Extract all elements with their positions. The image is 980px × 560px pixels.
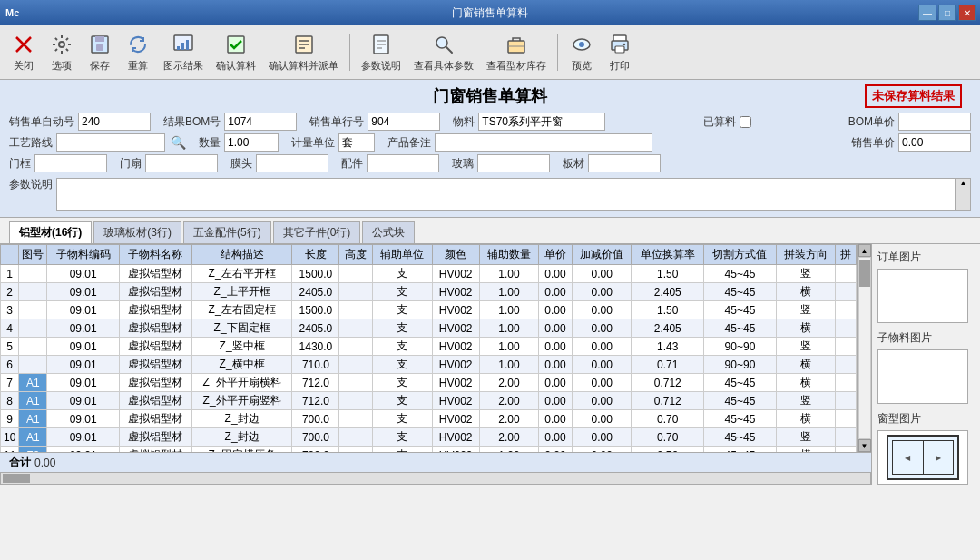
table-scroll[interactable]: 图号 子物料编码 子物料名称 结构描述 长度 高度 辅助单位 颜色 辅助数量 单… bbox=[0, 244, 857, 452]
confirm-dispatch-button[interactable]: 确认算料并派单 bbox=[265, 30, 342, 74]
cell-auxQty: 1.00 bbox=[479, 319, 538, 338]
close-button[interactable]: 关闭 bbox=[7, 30, 40, 74]
submat-image-section: 子物料图片 bbox=[877, 330, 975, 404]
result-bom-no-input[interactable] bbox=[224, 113, 297, 131]
glass-input[interactable] bbox=[477, 154, 550, 172]
tab-glass[interactable]: 玻璃板材(3行) bbox=[93, 221, 181, 243]
vertical-scrollbar[interactable]: ▲ ▼ bbox=[857, 244, 871, 452]
cell-height bbox=[339, 374, 373, 392]
cell-structDesc: Z_外平开扇竖料 bbox=[191, 392, 292, 410]
cell-cutMethod: 90~90 bbox=[704, 356, 777, 374]
view-inventory-button[interactable]: 查看型材库存 bbox=[483, 30, 550, 74]
cell-matName: 虚拟铝型材 bbox=[120, 428, 192, 447]
cell-structDesc: Z_横中框 bbox=[191, 356, 292, 374]
params-desc-button[interactable]: 参数说明 bbox=[358, 30, 405, 74]
product-note-input[interactable] bbox=[435, 133, 652, 152]
bom-unit-price-label: BOM单价 bbox=[848, 114, 895, 130]
cell-unitConvert: 1.50 bbox=[632, 301, 704, 319]
table-row[interactable]: 509.01虚拟铝型材Z_竖中框1430.0支HV0021.000.000.00… bbox=[1, 338, 857, 356]
window-controls[interactable]: — □ ✕ bbox=[918, 5, 976, 21]
tab-hardware[interactable]: 五金配件(5行) bbox=[183, 221, 271, 243]
quantity-input[interactable] bbox=[224, 133, 279, 152]
sale-auto-no-input[interactable] bbox=[78, 113, 151, 131]
cell-auxUnit: 支 bbox=[373, 392, 432, 410]
cell-matName: 虚拟铝型材 bbox=[120, 356, 192, 374]
table-row[interactable]: 8A109.01虚拟铝型材Z_外平开扇竖料712.0支HV0022.000.00… bbox=[1, 392, 857, 410]
cell-structDesc: Z_左右固定框 bbox=[191, 301, 292, 319]
horizontal-scrollbar[interactable] bbox=[0, 472, 871, 485]
sealing-input[interactable] bbox=[256, 154, 328, 172]
material-input[interactable] bbox=[478, 113, 605, 131]
cell-color: HV002 bbox=[432, 338, 479, 356]
cell-color: HV002 bbox=[432, 265, 479, 283]
table-row[interactable]: 209.01虚拟铝型材Z_上平开框2405.0支HV0021.000.000.0… bbox=[1, 283, 857, 301]
cell-extra bbox=[836, 283, 857, 301]
table-row[interactable]: 9A109.01虚拟铝型材Z_封边700.0支HV0022.000.000.00… bbox=[1, 410, 857, 428]
recalc-label: 重算 bbox=[128, 59, 148, 73]
cell-drawing bbox=[19, 265, 47, 283]
door-leaf-input[interactable] bbox=[145, 154, 218, 172]
options-button[interactable]: 选项 bbox=[45, 30, 78, 74]
show-result-button[interactable]: 图示结果 bbox=[160, 30, 207, 74]
frame-input[interactable] bbox=[34, 154, 107, 172]
table-row[interactable]: 10A109.01虚拟铝型材Z_封边700.0支HV0022.000.000.0… bbox=[1, 428, 857, 447]
cell-auxQty: 1.00 bbox=[479, 265, 538, 283]
cell-matCode: 09.01 bbox=[47, 283, 120, 301]
sale-unit-price-input[interactable] bbox=[898, 133, 971, 152]
table-row[interactable]: 109.01虚拟铝型材Z_左右平开框1500.0支HV0021.000.000.… bbox=[1, 265, 857, 283]
confirm-dispatch-icon bbox=[291, 32, 317, 57]
scroll-up-icon[interactable]: ▲ bbox=[960, 179, 967, 187]
unit-input[interactable] bbox=[338, 133, 375, 152]
tab-formula[interactable]: 公式块 bbox=[362, 221, 415, 243]
cell-length: 2405.0 bbox=[292, 319, 339, 338]
close-window-button[interactable]: ✕ bbox=[958, 5, 976, 21]
sale-unit-price-label: 销售单价 bbox=[851, 135, 895, 151]
order-image-container bbox=[877, 269, 968, 323]
save-button[interactable]: 保存 bbox=[83, 30, 116, 74]
calculated-label: 已算料 bbox=[703, 114, 736, 130]
scroll-down-button[interactable]: ▼ bbox=[858, 439, 871, 452]
scroll-track[interactable] bbox=[858, 257, 871, 439]
cell-height bbox=[339, 428, 373, 447]
cell-structDesc: Z_左右平开框 bbox=[191, 265, 292, 283]
cell-structDesc: Z_下固定框 bbox=[191, 319, 292, 338]
remarks-scrollbar[interactable]: ▲ bbox=[956, 179, 970, 210]
sale-line-no-input[interactable] bbox=[368, 113, 440, 131]
process-route-search-icon[interactable]: 🔍 bbox=[171, 135, 186, 150]
cell-drawing: A1 bbox=[19, 392, 47, 410]
cell-matName: 虚拟铝型材 bbox=[120, 283, 192, 301]
scroll-up-button[interactable]: ▲ bbox=[858, 244, 871, 257]
cell-seq: 8 bbox=[1, 392, 19, 410]
recalc-button[interactable]: 重算 bbox=[122, 30, 154, 74]
table-row[interactable]: 409.01虚拟铝型材Z_下固定框2405.0支HV0021.000.000.0… bbox=[1, 319, 857, 338]
board-input[interactable] bbox=[588, 154, 661, 172]
maximize-button[interactable]: □ bbox=[938, 5, 956, 21]
process-route-input[interactable] bbox=[56, 133, 165, 152]
sale-line-no-label: 销售单行号 bbox=[309, 114, 364, 130]
preview-button[interactable]: 预览 bbox=[565, 30, 598, 74]
cell-length: 700.0 bbox=[292, 428, 339, 447]
col-drawing: 图号 bbox=[19, 245, 47, 265]
calculated-checkbox[interactable] bbox=[740, 116, 751, 128]
table-row[interactable]: 609.01虚拟铝型材Z_横中框710.0支HV0021.000.000.000… bbox=[1, 356, 857, 374]
form-row-3: 门框 门扇 膜头 配件 玻璃 板材 bbox=[9, 154, 971, 172]
table-row[interactable]: 309.01虚拟铝型材Z_左右固定框1500.0支HV0021.000.000.… bbox=[1, 301, 857, 319]
cell-auxQty: 2.00 bbox=[479, 410, 538, 428]
bom-unit-price-input[interactable] bbox=[898, 113, 971, 131]
cell-matCode: 09.01 bbox=[47, 265, 120, 283]
col-color: 颜色 bbox=[432, 245, 479, 265]
tab-aluminum[interactable]: 铝型材(16行) bbox=[9, 221, 92, 243]
cell-discount: 0.00 bbox=[572, 338, 631, 356]
table-row[interactable]: 7A109.01虚拟铝型材Z_外平开扇横料712.0支HV0022.000.00… bbox=[1, 374, 857, 392]
tab-other[interactable]: 其它子件(0行) bbox=[273, 221, 361, 243]
view-params-button[interactable]: 查看具体参数 bbox=[410, 30, 477, 74]
confirm-material-button[interactable]: 确认算料 bbox=[212, 30, 260, 74]
cell-discount: 0.00 bbox=[572, 374, 631, 392]
cell-height bbox=[339, 283, 373, 301]
print-button[interactable]: 打印 bbox=[603, 30, 636, 74]
print-label: 打印 bbox=[610, 59, 630, 73]
accessory-input[interactable] bbox=[367, 154, 439, 172]
minimize-button[interactable]: — bbox=[918, 5, 936, 21]
cell-matCode: 09.01 bbox=[47, 319, 120, 338]
view-params-label: 查看具体参数 bbox=[414, 59, 474, 73]
